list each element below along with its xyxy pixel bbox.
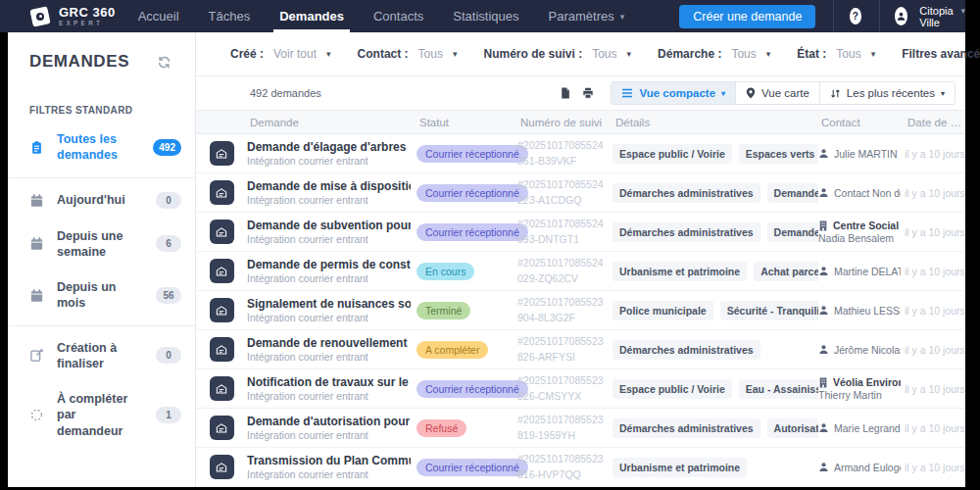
sidebar: DEMANDES FILTRES STANDARD Toutes les dem… xyxy=(8,32,196,487)
column-header-demande[interactable]: Demande xyxy=(247,117,416,128)
request-subtitle: Intégration courrier entrant xyxy=(247,429,411,441)
list-icon xyxy=(621,88,633,98)
column-header-date[interactable]: Date de cré... xyxy=(905,117,965,128)
nav-divider xyxy=(833,0,834,32)
building-icon xyxy=(818,220,828,231)
created-date: il y a 10 jours xyxy=(905,422,965,434)
detail-tags: Démarches administrativesDemande de rése… xyxy=(612,183,818,203)
clipboard-icon xyxy=(29,140,45,155)
detail-tags: Démarches administrativesAutorisation d'… xyxy=(612,418,818,438)
status-badge: Courrier réceptionné xyxy=(416,380,528,398)
sidebar-item-aujourdhui[interactable]: Aujourd'hui 0 xyxy=(8,182,195,219)
stamp-logo-icon xyxy=(29,6,51,27)
column-header-statut[interactable]: Statut xyxy=(416,117,517,128)
sidebar-item-toutes-les-demandes[interactable]: Toutes les demandes 492 xyxy=(8,122,195,173)
request-subtitle: Intégration courrier entrant xyxy=(247,194,411,206)
created-date: il y a 10 jours xyxy=(905,226,965,238)
table-row[interactable]: Demande de mise à disposition d'un local… xyxy=(196,173,965,213)
contact-name: Centre Social Munic xyxy=(833,220,901,231)
table-row[interactable]: Signalement de nuisances sonores noct...… xyxy=(196,291,965,330)
person-icon xyxy=(818,462,829,472)
request-title: Demande de mise à disposition d'un local xyxy=(247,179,411,194)
building-icon xyxy=(818,377,828,388)
refresh-icon[interactable] xyxy=(157,55,172,70)
table-row[interactable]: Notification de travaux sur le réseau d'… xyxy=(196,369,965,409)
sidebar-item-depuis-une-semaine[interactable]: Depuis une semaine 6 xyxy=(8,219,195,270)
column-header-contact[interactable]: Contact xyxy=(818,117,905,128)
account-menu[interactable]: Citopia Ville ▾ xyxy=(919,5,965,28)
nav-item-demandes[interactable]: Demandes xyxy=(279,0,344,32)
created-date: il y a 10 jours xyxy=(905,266,965,277)
nav-menu: Accueil Tâches Demandes Contacts Statist… xyxy=(138,0,625,32)
results-toolbar: 492 demandes Vue compacte▾ Vue carte xyxy=(196,76,965,111)
view-compact-button[interactable]: Vue compacte▾ xyxy=(612,82,735,104)
incoming-mail-icon xyxy=(210,416,234,440)
filter-etat[interactable]: État :Tous▾ xyxy=(797,47,875,61)
chevron-down-icon: ▾ xyxy=(941,89,945,98)
detail-tags: Démarches administrativesDemande de subv… xyxy=(612,222,818,242)
nav-item-accueil[interactable]: Accueil xyxy=(138,0,179,32)
sidebar-title: DEMANDES xyxy=(29,52,129,72)
sidebar-item-creation-a-finaliser[interactable]: Création à finaliser 0 xyxy=(8,330,195,382)
request-title: Notification de travaux sur le réseau d'… xyxy=(247,375,411,390)
incoming-mail-icon xyxy=(210,376,234,401)
incoming-mail-icon xyxy=(210,298,234,322)
incoming-mail-icon xyxy=(210,220,234,244)
request-title: Demande de permis de construire xyxy=(247,258,411,272)
filter-contact[interactable]: Contact :Tous▾ xyxy=(358,47,458,61)
nav-item-statistiques[interactable]: Statistiques xyxy=(453,0,518,32)
status-badge: Refusé xyxy=(416,419,466,437)
table-row[interactable]: Demande de renouvellement de carte d... … xyxy=(196,330,965,369)
user-avatar-icon[interactable] xyxy=(895,7,907,25)
table-row[interactable]: Demande d'élagage d'arbres Intégration c… xyxy=(196,134,965,173)
detail-tags: Urbanisme et patrimoine xyxy=(612,458,818,477)
sidebar-item-a-completer-par-demandeur[interactable]: À compléter par demandeur 1 xyxy=(8,381,195,449)
sort-button[interactable]: Les plus récentes▾ xyxy=(819,82,955,104)
table-header: Demande Statut Numéro de suivi Détails C… xyxy=(196,111,965,134)
column-header-numero[interactable]: Numéro de suivi xyxy=(517,117,612,128)
filter-demarche[interactable]: Démarche :Tous▾ xyxy=(658,47,770,61)
view-map-button[interactable]: Vue carte xyxy=(735,82,819,104)
detail-tag: Urbanisme et patrimoine xyxy=(612,262,747,281)
filter-bar: Créé :Voir tout▾ Contact :Tous▾ Numéro d… xyxy=(196,32,965,76)
request-title: Demande de renouvellement de carte d... xyxy=(247,336,411,351)
filter-cree[interactable]: Créé :Voir tout▾ xyxy=(230,47,331,61)
filter-numero-de-suivi[interactable]: Numéro de suivi :Tous▾ xyxy=(483,47,631,61)
chevron-down-icon: ▾ xyxy=(627,49,632,59)
detail-tag: Police municipale xyxy=(612,301,713,320)
detail-tag: Eau - Assainissement xyxy=(739,379,818,399)
detail-tag: Démarches administratives xyxy=(612,340,760,360)
chevron-down-icon: ▾ xyxy=(871,49,876,59)
nav-item-taches[interactable]: Tâches xyxy=(209,0,251,32)
print-icon[interactable] xyxy=(581,86,595,100)
request-subtitle: Intégration courrier entrant xyxy=(247,233,411,245)
sidebar-item-depuis-un-mois[interactable]: Depuis un mois 56 xyxy=(8,270,195,321)
app-logo[interactable]: GRC 360 EXPERT xyxy=(29,6,117,27)
status-badge: Courrier réceptionné xyxy=(416,184,528,202)
tracking-number: #20251017085523816-HVP7QQ xyxy=(517,452,612,483)
nav-item-parametres[interactable]: Paramètres▾ xyxy=(549,0,625,32)
request-subtitle: Intégration courrier entrant xyxy=(247,390,411,402)
detail-tag: Autorisation d'ouvert xyxy=(767,418,818,438)
table-row[interactable]: Transmission du Plan Communal de Sau... … xyxy=(196,448,965,487)
export-file-icon[interactable] xyxy=(559,86,571,100)
tracking-number: #20251017085523826-ARFYSI xyxy=(517,334,612,366)
sidebar-section-label: FILTRES STANDARD xyxy=(8,72,195,122)
nav-divider xyxy=(879,0,880,32)
table-row[interactable]: Demande d'autorisation pour un événe... … xyxy=(196,409,965,448)
request-title: Demande de subvention pour projet int... xyxy=(247,219,411,233)
request-title: Demande d'élagage d'arbres xyxy=(247,140,411,155)
table-row[interactable]: Demande de subvention pour projet int...… xyxy=(196,213,965,252)
count-badge: 0 xyxy=(156,192,181,209)
detail-tag: Achat parcelle / Vente p xyxy=(754,262,818,281)
create-request-button[interactable]: Créer une demande xyxy=(679,5,815,28)
column-header-details[interactable]: Détails xyxy=(612,117,818,128)
person-icon xyxy=(818,344,829,355)
filter-filtres-avances[interactable]: Filtres avancés :Désactivés▾ xyxy=(902,47,980,61)
person-icon xyxy=(818,422,829,433)
count-badge: 6 xyxy=(156,235,181,252)
table-row[interactable]: Demande de permis de construire Intégrat… xyxy=(196,252,965,291)
contact-name: Contact Non défini xyxy=(834,187,901,199)
nav-item-contacts[interactable]: Contacts xyxy=(373,0,423,32)
help-icon[interactable]: ? xyxy=(850,8,861,24)
